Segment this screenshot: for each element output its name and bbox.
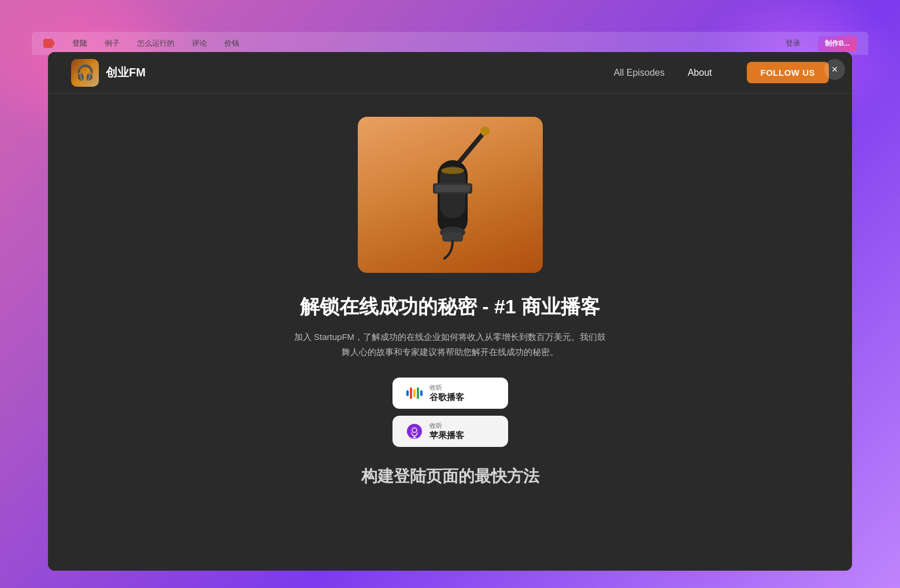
apple-podcasts-text: 收听 苹果播客 xyxy=(429,421,464,441)
behind-app-bar: 登陆 例子 怎么运行的 评论 价钱 登录 制作B... xyxy=(32,32,868,55)
svg-rect-5 xyxy=(435,185,470,192)
navbar-links: All Episodes About xyxy=(614,68,712,78)
behind-bar-cta[interactable]: 制作B... xyxy=(818,36,857,51)
bottom-cta-text: 构建登陆页面的最快方法 xyxy=(350,454,551,499)
svg-line-0 xyxy=(456,131,485,166)
navbar-logo[interactable]: 🎧 创业FM xyxy=(71,59,146,87)
apple-podcasts-button[interactable]: 收听 苹果播客 xyxy=(392,416,508,447)
navbar: 🎧 创业FM All Episodes About FOLLOW US xyxy=(48,52,852,94)
close-icon: × xyxy=(832,64,838,76)
hero-subtitle: 加入 StartupFM，了解成功的在线企业如何将收入从零增长到数百万美元。我们… xyxy=(291,330,609,359)
close-button[interactable]: × xyxy=(824,59,845,80)
hero-image xyxy=(358,117,543,273)
google-podcasts-name: 谷歌播客 xyxy=(429,392,464,403)
navbar-logo-emoji: 🎧 xyxy=(76,64,94,82)
svg-point-8 xyxy=(441,167,464,174)
behind-bar-nav-3[interactable]: 评论 xyxy=(192,38,207,49)
google-podcasts-button[interactable]: 收听 谷歌播客 xyxy=(392,378,508,409)
google-podcasts-icon xyxy=(406,385,423,401)
apple-podcasts-label: 收听 xyxy=(429,421,464,430)
behind-bar-login[interactable]: 登录 xyxy=(786,38,801,49)
follow-us-button[interactable]: FOLLOW US xyxy=(747,62,829,83)
apple-podcasts-svg xyxy=(406,423,423,439)
nav-about[interactable]: About xyxy=(688,68,712,78)
navbar-brand-name: 创业FM xyxy=(106,65,146,80)
navbar-logo-image: 🎧 xyxy=(71,59,99,87)
behind-bar-nav-1[interactable]: 例子 xyxy=(105,38,120,49)
behind-bar-logo-icon xyxy=(43,39,55,48)
behind-bar-logo-text[interactable]: 登陆 xyxy=(72,38,87,49)
behind-bar-nav-2[interactable]: 怎么运行的 xyxy=(137,38,175,49)
nav-all-episodes[interactable]: All Episodes xyxy=(614,68,665,78)
microphone-svg xyxy=(392,125,508,264)
apple-podcasts-name: 苹果播客 xyxy=(429,430,464,441)
svg-point-1 xyxy=(480,127,490,136)
google-podcasts-label: 收听 xyxy=(429,383,464,392)
apple-podcasts-icon xyxy=(406,423,423,439)
microphone-illustration xyxy=(358,117,543,273)
main-window: × 🎧 创业FM All Episodes About FOLLOW US xyxy=(48,52,852,571)
hero-title: 解锁在线成功的秘密 - #1 商业播客 xyxy=(300,294,600,319)
behind-bar-nav-4[interactable]: 价钱 xyxy=(224,38,239,49)
main-content: 解锁在线成功的秘密 - #1 商业播客 加入 StartupFM，了解成功的在线… xyxy=(48,94,852,571)
google-podcasts-text: 收听 谷歌播客 xyxy=(429,383,464,403)
